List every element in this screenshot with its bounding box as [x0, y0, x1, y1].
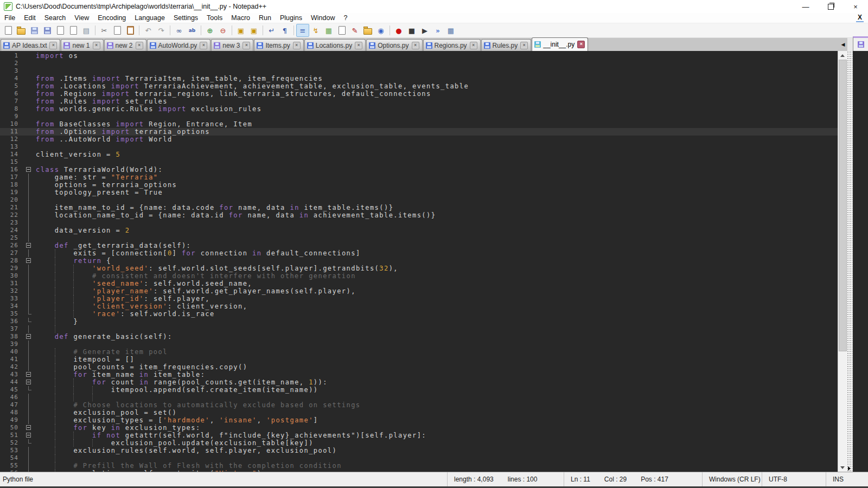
code-line[interactable]: 35 'race': self.world.is_race: [0, 310, 838, 318]
code-line[interactable]: 47 # Choose locations to automatically e…: [0, 401, 838, 409]
menu-macro[interactable]: Macro: [227, 13, 254, 23]
menu-settings[interactable]: Settings: [169, 13, 202, 23]
fold-collapse-icon[interactable]: [26, 380, 31, 384]
code-line[interactable]: 30 # consistent and doesn't interfere wi…: [0, 272, 838, 280]
tab-new-2[interactable]: new 2×: [104, 39, 146, 51]
fold-collapse-icon[interactable]: [26, 372, 31, 377]
splitter-arrow-icon[interactable]: [848, 466, 851, 471]
code-line[interactable]: 29 'world_seed': self.world.slot_seeds[s…: [0, 265, 838, 272]
view-eye-icon[interactable]: ◉: [374, 24, 387, 37]
code-line[interactable]: 23: [0, 219, 838, 227]
fold-margin[interactable]: [24, 371, 33, 378]
code-line[interactable]: 40 # Generate item pool: [0, 348, 838, 356]
code-line[interactable]: 25: [0, 234, 838, 242]
close-tab-icon[interactable]: ×: [93, 42, 100, 49]
code-line[interactable]: 51 if not getattr(self.world, f"include_…: [0, 432, 838, 439]
code-line[interactable]: 7from .Rules import set_rules: [0, 98, 838, 105]
tab-items-py[interactable]: Items.py×: [254, 39, 303, 51]
redo-icon[interactable]: ↷: [155, 24, 168, 37]
scroll-up-icon[interactable]: [838, 51, 847, 60]
show-all-characters-icon[interactable]: ¶: [278, 24, 291, 37]
play-macro-icon[interactable]: ▶: [418, 24, 431, 37]
code-line[interactable]: 17 game: str = "Terraria": [0, 174, 838, 181]
code-line[interactable]: 12from ..AutoWorld import World: [0, 136, 838, 143]
status-encoding[interactable]: UTF-8: [762, 472, 826, 486]
run-macro-multiple-times-icon[interactable]: »: [431, 24, 444, 37]
record-macro-icon[interactable]: ●: [392, 24, 405, 37]
fold-margin[interactable]: [24, 242, 33, 249]
tab-new-3[interactable]: new 3×: [211, 39, 253, 51]
menu-file[interactable]: File: [0, 13, 20, 23]
tab-options-py[interactable]: Options.py×: [366, 39, 422, 51]
code-line[interactable]: 5from .Locations import TerrariaAchievem…: [0, 82, 838, 90]
close-tab-icon[interactable]: ×: [136, 42, 143, 49]
minimize-button[interactable]: —: [793, 0, 818, 13]
code-line[interactable]: 27 exits = [connection[0] for connection…: [0, 249, 838, 257]
menu-language[interactable]: Language: [130, 13, 169, 23]
menu-edit[interactable]: Edit: [20, 13, 40, 23]
code-line[interactable]: 42 pool_counts = item_frequencies.copy(): [0, 363, 838, 371]
close-tab-icon[interactable]: ×: [412, 42, 419, 49]
vertical-scrollbar[interactable]: [838, 51, 847, 472]
fold-collapse-icon[interactable]: [26, 167, 31, 172]
code-line[interactable]: 34 'client_version': client_version,: [0, 303, 838, 310]
fold-margin[interactable]: [24, 432, 33, 439]
tab-scroll-left-icon[interactable]: ◀: [839, 42, 847, 47]
document-map-icon[interactable]: ▦: [322, 24, 335, 37]
menu-view[interactable]: View: [70, 13, 93, 23]
scrollbar-thumb[interactable]: [839, 60, 847, 351]
split-view-sliver[interactable]: [852, 51, 868, 472]
open-folder-icon[interactable]: [15, 24, 28, 37]
tab-ap-ideas-txt[interactable]: AP Ideas.txt×: [1, 39, 60, 51]
code-line[interactable]: 6from .Regions import terraria_regions, …: [0, 90, 838, 98]
code-line[interactable]: 9: [0, 113, 838, 120]
indent-guide-icon[interactable]: ≡: [296, 24, 309, 37]
code-line[interactable]: 56 completion = self.create_item("Victor…: [0, 470, 838, 472]
code-line[interactable]: 24 data_version = 2: [0, 227, 838, 234]
save-icon[interactable]: [28, 24, 41, 37]
new-file-icon[interactable]: [2, 24, 15, 37]
code-line[interactable]: 53 exclusion_rules(self.world, self.play…: [0, 447, 838, 454]
tab-new-1[interactable]: new 1×: [61, 39, 103, 51]
close-tab-icon[interactable]: ×: [520, 42, 528, 49]
code-line[interactable]: 10from BaseClasses import Region, Entran…: [0, 120, 838, 128]
code-line[interactable]: 28 return {: [0, 257, 838, 265]
fold-margin[interactable]: [24, 257, 33, 265]
code-line[interactable]: 15: [0, 158, 838, 166]
sync-scroll-horizontal-icon[interactable]: ▣: [247, 24, 260, 37]
code-line[interactable]: 18 options = terraria_options: [0, 181, 838, 189]
code-line[interactable]: 37: [0, 325, 838, 333]
fold-margin[interactable]: [24, 166, 33, 174]
tab-rules-py[interactable]: Rules.py×: [481, 39, 532, 51]
tab-locations-py[interactable]: Locations.py×: [304, 39, 366, 51]
code-line[interactable]: 54: [0, 454, 838, 462]
close-all-documents-icon[interactable]: [67, 24, 80, 37]
code-line[interactable]: 3: [0, 67, 838, 75]
code-line[interactable]: 55 # Prefill the Wall of Flesh with the …: [0, 462, 838, 470]
close-document-icon[interactable]: [54, 24, 67, 37]
fold-collapse-icon[interactable]: [26, 433, 31, 438]
tab-regions-py[interactable]: Regions.py×: [423, 39, 481, 51]
close-button[interactable]: ×: [843, 0, 868, 13]
code-line[interactable]: 20: [0, 196, 838, 204]
code-line[interactable]: 13: [0, 143, 838, 151]
code-line[interactable]: 1import os: [0, 52, 838, 60]
close-document-icon[interactable]: X: [856, 14, 864, 22]
status-insert-mode[interactable]: INS: [826, 472, 868, 486]
menu-plugins[interactable]: Plugins: [276, 13, 307, 23]
menu-window[interactable]: Window: [307, 13, 339, 23]
word-wrap-icon[interactable]: ↵: [265, 24, 278, 37]
cut-icon[interactable]: ✂: [98, 24, 111, 37]
find-icon[interactable]: ∞: [173, 24, 186, 37]
tab-init-py[interactable]: __init__.py×: [532, 37, 588, 51]
code-line[interactable]: 14client_version = 5: [0, 151, 838, 158]
save-recorded-macro-icon[interactable]: ▦: [444, 24, 457, 37]
maximize-button[interactable]: [818, 0, 843, 13]
code-line[interactable]: 33 'player_id': self.player,: [0, 295, 838, 303]
fold-collapse-icon[interactable]: [26, 425, 31, 430]
fold-collapse-icon[interactable]: [26, 258, 31, 263]
code-line[interactable]: 41 itempool = []: [0, 356, 838, 363]
menu-run[interactable]: Run: [254, 13, 276, 23]
code-line[interactable]: 39: [0, 341, 838, 348]
code-line[interactable]: 32 'player_name': self.world.get_player_…: [0, 287, 838, 295]
